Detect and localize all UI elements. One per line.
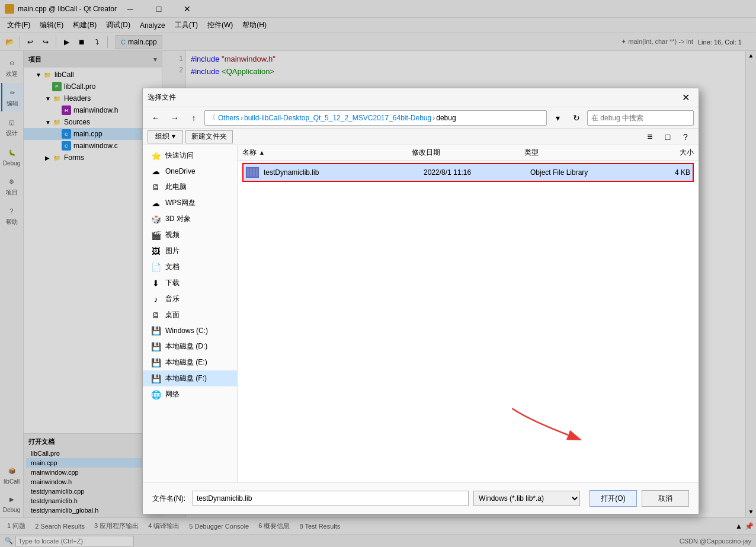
col-header-type[interactable]: 类型 bbox=[524, 148, 638, 158]
path-part-others[interactable]: Others bbox=[218, 114, 239, 122]
nav-quick-access[interactable]: ⭐ 快速访问 bbox=[143, 148, 237, 164]
nav-label-3d: 3D 对象 bbox=[165, 214, 191, 224]
dialog-path-dropdown[interactable]: ▾ bbox=[549, 110, 566, 126]
nav-this-pc[interactable]: 🖥 此电脑 bbox=[143, 179, 237, 195]
svg-rect-2 bbox=[253, 168, 255, 177]
dialog-toolbar: ← → ↑ 《 Others › build-libCall-Desktop_Q… bbox=[143, 107, 699, 129]
nav-wps[interactable]: ☁ WPS网盘 bbox=[143, 195, 237, 211]
file-type-testdynamiclib: Object File Library bbox=[530, 168, 637, 177]
desktop-icon: 🖥 bbox=[150, 311, 162, 320]
path-separator-1: 《 bbox=[209, 113, 216, 123]
nav-drive-d[interactable]: 💾 本地磁盘 (D:) bbox=[143, 338, 237, 354]
nav-onedrive[interactable]: ☁ OneDrive bbox=[143, 164, 237, 179]
file-dialog: 选择文件 ✕ ← → ↑ 《 Others › build-libCall-De… bbox=[142, 88, 699, 514]
dialog-title: 选择文件 bbox=[148, 92, 176, 103]
nav-downloads[interactable]: ⬇ 下载 bbox=[143, 275, 237, 291]
new-folder-btn[interactable]: 新建文件夹 bbox=[185, 130, 233, 143]
drive-f-icon: 💾 bbox=[150, 374, 162, 383]
nav-network[interactable]: 🌐 网络 bbox=[143, 386, 237, 402]
nav-label-thispc: 此电脑 bbox=[165, 182, 187, 192]
nav-drive-e[interactable]: 💾 本地磁盘 (E:) bbox=[143, 354, 237, 370]
dialog-bottom: 文件名(N): Windows (*.lib lib*.a) 打开(O) 取消 bbox=[143, 482, 699, 514]
filename-input[interactable] bbox=[193, 491, 469, 506]
nav-3d[interactable]: 🎲 3D 对象 bbox=[143, 211, 237, 227]
nav-label-desktop: 桌面 bbox=[165, 310, 180, 320]
view-btns: ≡ □ ? bbox=[642, 129, 694, 145]
nav-drive-c[interactable]: 💾 Windows (C:) bbox=[143, 323, 237, 338]
file-list: testDynamiclib.lib 2022/8/1 11:16 Object… bbox=[238, 161, 699, 482]
dialog-refresh-btn[interactable]: ↻ bbox=[568, 110, 585, 126]
path-part-debug: debug bbox=[436, 114, 456, 122]
video-icon: 🎬 bbox=[150, 231, 162, 240]
filetype-select[interactable]: Windows (*.lib lib*.a) bbox=[473, 491, 580, 506]
dialog-close-button[interactable]: ✕ bbox=[677, 89, 694, 106]
col-header-name[interactable]: 名称▲ bbox=[242, 148, 412, 158]
filename-label: 文件名(N): bbox=[152, 494, 188, 504]
path-part-build[interactable]: build-libCall-Desktop_Qt_5_12_2_MSVC2017… bbox=[244, 114, 431, 122]
dialog-cancel-button[interactable]: 取消 bbox=[642, 490, 689, 507]
documents-icon: 📄 bbox=[150, 263, 162, 272]
nav-music[interactable]: ♪ 音乐 bbox=[143, 291, 237, 307]
downloads-icon: ⬇ bbox=[150, 279, 162, 288]
nav-label-quick-access: 快速访问 bbox=[165, 151, 194, 161]
lib-file-icon bbox=[246, 167, 260, 178]
drive-d-icon: 💾 bbox=[150, 342, 162, 351]
nav-label-drive-d: 本地磁盘 (D:) bbox=[165, 341, 207, 351]
file-name-testdynamiclib: testDynamiclib.lib bbox=[264, 168, 424, 177]
svg-rect-1 bbox=[250, 168, 252, 177]
nav-label-downloads: 下载 bbox=[165, 278, 180, 288]
file-size-testdynamiclib: 4 KB bbox=[637, 168, 690, 177]
nav-label-documents: 文档 bbox=[165, 262, 180, 272]
organize-btn[interactable]: 组织 ▾ bbox=[148, 130, 183, 143]
network-icon: 🌐 bbox=[150, 390, 162, 399]
nav-video[interactable]: 🎬 视频 bbox=[143, 227, 237, 243]
dialog-open-button[interactable]: 打开(O) bbox=[590, 490, 637, 507]
svg-rect-3 bbox=[256, 168, 258, 177]
dialog-up-btn[interactable]: ↑ bbox=[185, 110, 202, 126]
pictures-icon: 🖼 bbox=[150, 247, 162, 256]
nav-label-wps: WPS网盘 bbox=[165, 198, 196, 208]
onedrive-icon: ☁ bbox=[150, 167, 162, 176]
file-list-header: 名称▲ 修改日期 类型 大小 bbox=[238, 145, 699, 161]
wps-icon: ☁ bbox=[150, 199, 162, 208]
dialog-left-nav: ⭐ 快速访问 ☁ OneDrive 🖥 此电脑 ☁ WPS网盘 🎲 3D bbox=[143, 145, 238, 482]
nav-label-music: 音乐 bbox=[165, 294, 180, 304]
dialog-back-btn[interactable]: ← bbox=[148, 110, 164, 126]
view-grid-btn[interactable]: □ bbox=[659, 129, 676, 145]
nav-documents[interactable]: 📄 文档 bbox=[143, 259, 237, 275]
view-help-btn[interactable]: ? bbox=[677, 129, 694, 145]
col-header-date[interactable]: 修改日期 bbox=[412, 148, 525, 158]
nav-label-pictures: 图片 bbox=[165, 246, 180, 256]
nav-label-onedrive: OneDrive bbox=[165, 167, 196, 175]
quick-access-icon: ⭐ bbox=[150, 151, 162, 161]
path-sep-1: › bbox=[241, 114, 243, 122]
dialog-title-bar: 选择文件 ✕ bbox=[143, 88, 699, 107]
file-list-toolbar: 组织 ▾ 新建文件夹 ≡ □ ? bbox=[143, 129, 699, 145]
dialog-path-bar[interactable]: 《 Others › build-libCall-Desktop_Qt_5_12… bbox=[204, 110, 547, 126]
dialog-forward-btn[interactable]: → bbox=[166, 110, 183, 126]
nav-pictures[interactable]: 🖼 图片 bbox=[143, 243, 237, 259]
nav-label-drive-c: Windows (C:) bbox=[165, 327, 208, 335]
3d-icon: 🎲 bbox=[150, 215, 162, 224]
col-header-size[interactable]: 大小 bbox=[638, 148, 694, 158]
nav-label-drive-f: 本地磁盘 (F:) bbox=[165, 373, 207, 383]
nav-drive-f[interactable]: 💾 本地磁盘 (F:) bbox=[143, 370, 237, 386]
nav-label-drive-e: 本地磁盘 (E:) bbox=[165, 357, 207, 367]
dialog-search-input[interactable] bbox=[587, 110, 694, 126]
nav-label-video: 视频 bbox=[165, 230, 180, 240]
nav-desktop[interactable]: 🖥 桌面 bbox=[143, 307, 237, 323]
view-list-btn[interactable]: ≡ bbox=[642, 129, 658, 145]
nav-label-network: 网络 bbox=[165, 389, 180, 399]
dialog-action-buttons: 打开(O) 取消 bbox=[590, 490, 689, 507]
path-sep-2: › bbox=[433, 114, 435, 122]
thispc-icon: 🖥 bbox=[150, 183, 162, 192]
sort-arrow: ▲ bbox=[259, 149, 265, 156]
dialog-content: ⭐ 快速访问 ☁ OneDrive 🖥 此电脑 ☁ WPS网盘 🎲 3D bbox=[143, 145, 699, 482]
modal-overlay: 选择文件 ✕ ← → ↑ 《 Others › build-libCall-De… bbox=[0, 0, 756, 547]
file-item-testdynamiclib[interactable]: testDynamiclib.lib 2022/8/1 11:16 Object… bbox=[242, 163, 694, 182]
dialog-file-area: 名称▲ 修改日期 类型 大小 bbox=[238, 145, 699, 482]
file-date-testdynamiclib: 2022/8/1 11:16 bbox=[424, 168, 530, 177]
svg-rect-0 bbox=[247, 168, 249, 177]
drive-c-icon: 💾 bbox=[150, 326, 162, 335]
music-icon: ♪ bbox=[150, 295, 162, 304]
